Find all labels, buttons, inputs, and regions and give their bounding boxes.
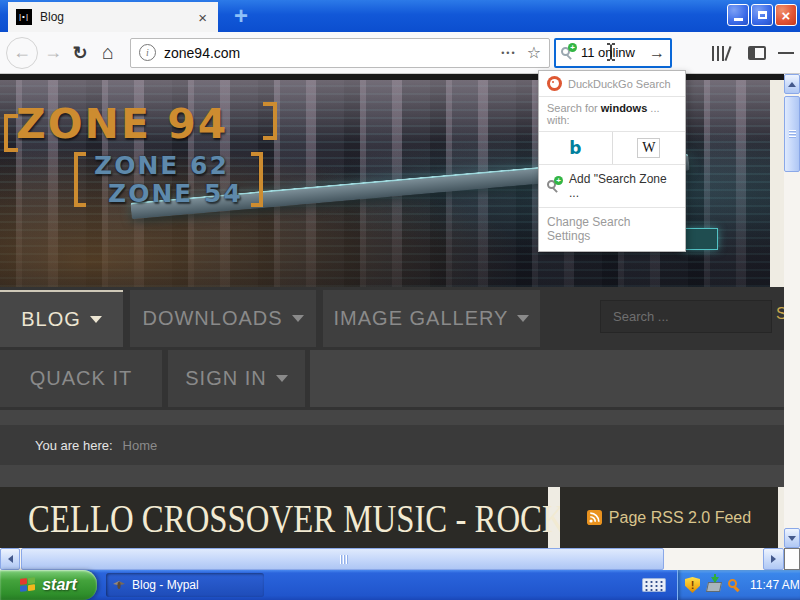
desktop: |•| Blog × + × ← → ↻ ⌂ i zone94.com ••• …: [0, 0, 800, 600]
breadcrumb: You are here: Home: [0, 425, 784, 465]
nav-label: DOWNLOADS: [142, 307, 282, 330]
home-button[interactable]: ⌂: [94, 41, 122, 64]
handle: [552, 187, 558, 193]
nav-item-downloads[interactable]: DOWNLOADS: [130, 290, 316, 347]
nav-label: QUACK IT: [30, 367, 132, 390]
scroll-left-button[interactable]: [0, 548, 20, 570]
change-settings-label: Change Search Settings: [547, 215, 677, 243]
handle: [566, 54, 572, 60]
breadcrumb-home-link[interactable]: Home: [123, 438, 158, 453]
section-gap: [0, 465, 784, 487]
horizontal-scrollbar[interactable]: [0, 548, 784, 570]
default-engine-label: DuckDuckGo Search: [568, 78, 671, 90]
security-alert-shield-icon[interactable]: !: [685, 577, 700, 593]
minimize-icon: [734, 18, 743, 21]
article-title: CELLO CROSSOVER MUSIC - ROCK: [28, 494, 566, 542]
keyboard-language-icon[interactable]: [642, 578, 666, 592]
system-tray: ! 11:47 AM: [677, 570, 800, 600]
sidebar-toggle-icon[interactable]: [748, 46, 766, 60]
arrow-up-icon: [788, 82, 796, 87]
logo-zone94: ZONE 94: [16, 100, 263, 148]
restore-icon: [758, 11, 767, 19]
change-search-settings-button[interactable]: Change Search Settings: [539, 208, 685, 251]
rss-feed-panel[interactable]: Page RSS 2.0 Feed: [560, 487, 778, 548]
article-header: CELLO CROSSOVER MUSIC - ROCK: [0, 487, 548, 548]
engine-wikipedia-button[interactable]: W: [612, 132, 686, 164]
close-button[interactable]: ×: [775, 4, 797, 26]
add-engine-magnifier-icon: +: [547, 179, 561, 193]
cityscape-billboard: [682, 228, 718, 250]
site-search-input[interactable]: [600, 300, 772, 333]
nav-item-quack-it[interactable]: QUACK IT: [0, 350, 162, 407]
scrollbar-corner: [784, 548, 800, 570]
library-icon: [712, 45, 732, 61]
scroll-right-button[interactable]: [763, 548, 784, 570]
add-search-engine-button[interactable]: + Add "Search Zone ...: [539, 165, 685, 208]
plus-badge-icon: +: [554, 176, 563, 185]
browser-tab[interactable]: |•| Blog ×: [8, 2, 218, 32]
chevron-down-icon: [276, 375, 288, 382]
nav-item-sign-in[interactable]: SIGN IN: [168, 350, 305, 407]
url-bar[interactable]: i zone94.com ••• ☆: [130, 38, 550, 68]
suggestion-term: windows: [601, 102, 647, 114]
site-search-button[interactable]: S: [776, 305, 784, 323]
bookmark-star-icon[interactable]: ☆: [527, 43, 541, 62]
vertical-scroll-thumb[interactable]: [784, 96, 800, 172]
page-actions-icon[interactable]: •••: [501, 48, 516, 58]
hamburger-menu-icon[interactable]: [778, 49, 794, 57]
nav-item-blog[interactable]: BLOG: [0, 290, 123, 347]
url-text[interactable]: zone94.com: [164, 45, 501, 61]
nav-row2-background: [310, 350, 784, 407]
scroll-up-button[interactable]: [784, 74, 800, 94]
taskbar: start Blog - Mypal ! 11:47 AM: [0, 570, 800, 600]
main-navigation: BLOG DOWNLOADS IMAGE GALLERY S QUACK IT …: [0, 287, 784, 410]
section-gap: [0, 410, 784, 425]
task-label: Blog - Mypal: [132, 578, 199, 592]
nav-label: BLOG: [21, 308, 81, 331]
search-magnifier-icon: +: [561, 46, 575, 60]
ibeam-cursor: [606, 43, 616, 61]
rss-link[interactable]: Page RSS 2.0 Feed: [609, 509, 751, 527]
arrow-left-icon: [8, 555, 13, 563]
restore-button[interactable]: [751, 4, 773, 26]
nav-label: SIGN IN: [185, 367, 266, 390]
handle: [733, 585, 739, 591]
duckduckgo-icon: [547, 76, 562, 91]
taskbar-task-blog-mypal[interactable]: Blog - Mypal: [106, 573, 264, 597]
browser-toolbar: ← → ↻ ⌂ i zone94.com ••• ☆ + 11 onlinw →: [0, 32, 800, 74]
rss-icon: [587, 510, 602, 525]
start-label: start: [42, 576, 77, 594]
nav-item-image-gallery[interactable]: IMAGE GALLERY: [323, 290, 540, 347]
site-info-icon[interactable]: i: [139, 44, 156, 61]
forward-button[interactable]: →: [40, 42, 66, 63]
close-icon: ×: [782, 8, 791, 23]
dropdown-default-engine[interactable]: DuckDuckGo Search: [539, 71, 685, 97]
window-titlebar: |•| Blog × + ×: [0, 0, 800, 32]
engine-bing-button[interactable]: b: [539, 132, 612, 164]
tray-clock[interactable]: 11:47 AM: [750, 578, 800, 592]
library-button[interactable]: [708, 45, 736, 61]
scroll-down-button[interactable]: [784, 528, 800, 548]
search-engine-dropdown: DuckDuckGo Search Search for windows ...…: [538, 70, 686, 252]
search-suggestion[interactable]: Search for windows ... with:: [539, 97, 685, 132]
windows-flag-icon: [20, 577, 36, 593]
close-tab-icon[interactable]: ×: [195, 9, 210, 26]
minimize-button[interactable]: [727, 4, 749, 26]
logo-zone62: ZONE 62: [94, 152, 243, 180]
chevron-down-icon: [517, 315, 529, 322]
vertical-scrollbar[interactable]: [784, 74, 800, 548]
nav-label: IMAGE GALLERY: [334, 307, 509, 330]
bing-icon: b: [569, 138, 581, 158]
horizontal-scroll-thumb[interactable]: [21, 548, 664, 570]
tab-title: Blog: [40, 10, 195, 24]
new-tab-button[interactable]: +: [226, 2, 256, 32]
safely-remove-hardware-icon[interactable]: [706, 578, 721, 593]
tray-search-icon[interactable]: [727, 578, 742, 593]
logo-bracket-icon: [251, 152, 263, 207]
start-button[interactable]: start: [0, 570, 97, 600]
search-go-icon[interactable]: →: [649, 44, 665, 62]
breadcrumb-label: You are here:: [35, 438, 113, 453]
back-button[interactable]: ←: [6, 37, 38, 69]
reload-button[interactable]: ↻: [66, 42, 94, 64]
back-icon: ←: [13, 42, 31, 63]
